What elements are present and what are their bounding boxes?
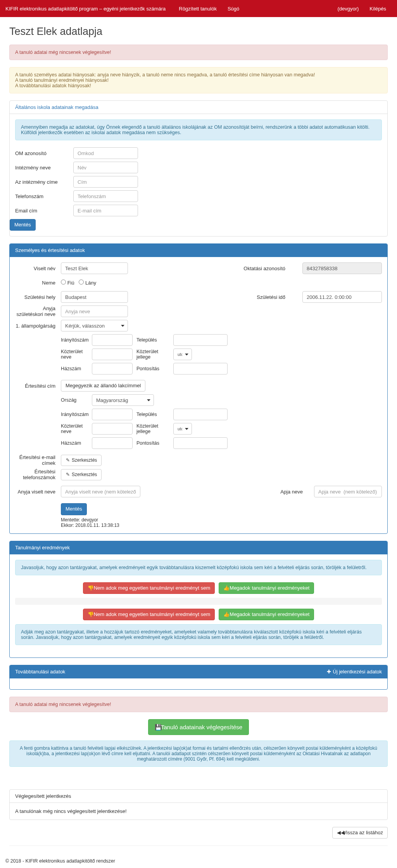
zip-label: Irányítószám (61, 337, 92, 343)
city-input[interactable] (173, 334, 228, 346)
results-info: Javasoljuk, hogy azon tantárgyakat, amel… (15, 560, 382, 575)
om-label: OM azonosító (15, 150, 73, 156)
oid-label: Oktatási azonosító (243, 266, 291, 271)
nav-help[interactable]: Súgó (222, 1, 245, 16)
no-results-button-2[interactable]: 👎Nem adok meg egyetlen tanulmányi eredmé… (83, 609, 215, 620)
school-info: Amennyiben megadja az adatokat, úgy Önne… (15, 119, 382, 140)
birthplace-label: Születési hely (15, 294, 61, 300)
footer: © 2018 - KIFIR elektronikus adatlapkitöl… (0, 853, 397, 868)
notif-addr-label: Értesítési cím (15, 383, 61, 389)
phones-label: Értesítési telefonszámok (15, 469, 61, 480)
num-label: Házszám (61, 366, 92, 371)
school-heading[interactable]: Általános iskola adatainak megadása (10, 101, 387, 114)
school-addr-input[interactable] (73, 176, 138, 188)
nav-logout[interactable]: Kilépés (364, 1, 392, 16)
edit-icon: ✎ (66, 457, 70, 464)
school-email-label: Email cím (15, 208, 73, 214)
n-street-input[interactable] (92, 423, 133, 435)
num-input[interactable] (92, 363, 133, 374)
school-name-label: Intézmény neve (15, 165, 73, 171)
father-input[interactable] (314, 486, 382, 497)
further-panel: Továbbtanulási adatok ✚Új jelentkezési a… (9, 665, 388, 690)
male-radio[interactable] (61, 280, 66, 285)
zip-input[interactable] (92, 334, 133, 346)
further-heading[interactable]: Továbbtanulási adatok ✚Új jelentkezési a… (10, 665, 387, 678)
final-panel: Véglegesített jelentkezés A tanulónak mé… (9, 789, 388, 820)
n-street-label: Közterület neve (61, 423, 92, 434)
edit-emails-button[interactable]: ✎Szerkesztés (61, 455, 102, 466)
birthplace-input[interactable] (61, 291, 128, 303)
name-input[interactable] (61, 262, 128, 274)
personal-heading[interactable]: Személyes és értesítési adatok (10, 244, 387, 257)
n-zip-label: Irányítószám (61, 412, 92, 417)
final-heading: Véglegesített jelentkezés (10, 790, 387, 803)
personal-panel: Személyes és értesítési adatok Viselt né… (9, 243, 388, 533)
n-detail-label: Pontosítás (136, 440, 173, 446)
school-phone-label: Telefonszám (15, 193, 73, 199)
back-button[interactable]: ◀◀Vissza az listához (332, 827, 388, 839)
mother-input[interactable] (61, 305, 128, 317)
n-city-label: Település (136, 412, 173, 417)
add-application-button[interactable]: ✚Új jelentkezési adatok (327, 669, 382, 675)
alert-missing-data: A tanuló személyes adatai hiányosak: any… (9, 67, 388, 93)
thumbs-down-icon: 👎 (88, 611, 92, 618)
plus-icon: ✚ (327, 669, 331, 675)
alert-not-finalized-2: A tanuló adatai még nincsenek véglegesít… (9, 697, 388, 712)
street-input[interactable] (92, 349, 133, 360)
edit-phones-button[interactable]: ✎Szerkesztés (61, 469, 102, 480)
n-city-input[interactable] (173, 409, 228, 420)
nav-recorded[interactable]: Rögzített tanulók (173, 1, 222, 16)
male-label: Fiú (67, 280, 74, 286)
n-country-select[interactable]: Magyarország (92, 394, 154, 406)
results-info2: Adják meg azon tantárgyakat, illetve a h… (15, 624, 382, 645)
results-heading[interactable]: Tanulmányi eredmények (10, 541, 387, 554)
school-panel: Általános iskola adatainak megadása Amen… (9, 100, 388, 236)
finalize-button[interactable]: 💾Tanuló adatainak véglegesítése (148, 719, 249, 735)
birthdate-input[interactable] (302, 291, 382, 303)
female-radio[interactable] (79, 280, 84, 285)
streettype-label: Közterület jellege (136, 349, 173, 360)
n-streettype-label: Közterület jellege (136, 423, 173, 434)
citizen1-select[interactable]: Kérjük, válasszon (61, 320, 128, 331)
n-num-input[interactable] (92, 437, 133, 449)
n-streettype-select[interactable]: utca (173, 423, 192, 435)
city-label: Település (136, 337, 173, 343)
nav-user[interactable]: (devgyor) (332, 1, 364, 16)
school-email-input[interactable] (73, 205, 138, 216)
navbar: KIFIR elektronikus adatlapkitöltő progra… (0, 0, 397, 17)
mother-full-input[interactable] (61, 486, 140, 497)
no-results-button[interactable]: 👎Nem adok meg egyetlen tanulmányi eredmé… (83, 582, 215, 594)
n-detail-input[interactable] (173, 437, 228, 449)
divider-bar (15, 598, 382, 605)
oid-input (302, 262, 382, 274)
detail-label: Pontosítás (136, 366, 173, 371)
n-country-label: Ország (61, 397, 92, 403)
alert-not-finalized: A tanuló adatai még nincsenek véglegesít… (9, 45, 388, 60)
final-text: A tanulónak még nincs véglegesített jele… (10, 803, 387, 820)
mother-full-label: Anyja viselt neve (15, 489, 61, 495)
brand[interactable]: KIFIR elektronikus adatlapkitöltő progra… (5, 1, 173, 16)
yes-results-button-2[interactable]: 👍Megadok tanulmányi eredményeket (219, 609, 314, 620)
school-name-input[interactable] (73, 162, 138, 173)
back-icon: ◀◀ (337, 829, 342, 836)
page-title: Teszt Elek adatlapja (9, 26, 388, 38)
saved-by: Mentette: devgyor (61, 517, 382, 523)
same-address-button[interactable]: Megegyezik az állandó lakcímmel (61, 380, 145, 392)
thumbs-down-icon: 👎 (88, 585, 92, 592)
streettype-select[interactable]: utca (173, 349, 192, 360)
female-label: Lány (85, 280, 96, 286)
thumbs-up-icon: 👍 (223, 585, 228, 592)
school-phone-input[interactable] (73, 190, 138, 202)
mother-label: Anyja születéskori neve (15, 305, 61, 317)
citizen1-label: 1. állampolgárság (15, 323, 61, 329)
om-input[interactable] (73, 147, 138, 159)
school-addr-label: Az intézmény címe (15, 179, 73, 185)
school-save-button[interactable]: Mentés (10, 219, 36, 231)
thumbs-up-icon: 👍 (223, 611, 228, 618)
detail-input[interactable] (173, 363, 228, 374)
results-panel: Tanulmányi eredmények Javasoljuk, hogy a… (9, 541, 388, 658)
n-zip-input[interactable] (92, 409, 133, 420)
yes-results-button[interactable]: 👍Megadok tanulmányi eredményeket (219, 582, 314, 594)
personal-save-button[interactable]: Mentés (61, 503, 87, 515)
gender-label: Neme (15, 280, 61, 286)
